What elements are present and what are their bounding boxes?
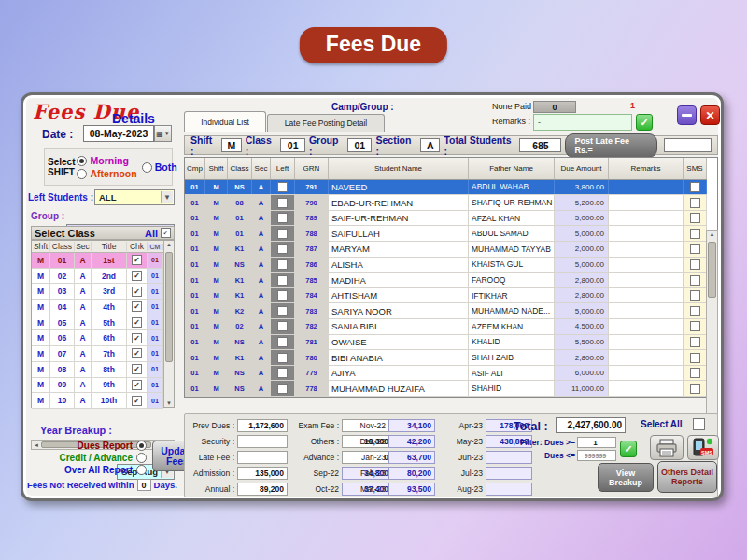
- left-students-select[interactable]: ALL ▼: [94, 189, 175, 205]
- sms-checkbox[interactable]: [690, 213, 700, 223]
- sms-checkbox[interactable]: [690, 290, 700, 301]
- footer-field-input[interactable]: 34,100: [388, 419, 435, 432]
- class-checkbox[interactable]: ✓: [132, 380, 142, 390]
- left-checkbox[interactable]: [277, 290, 288, 301]
- remarks-input[interactable]: -: [533, 114, 632, 131]
- radio-credit-advance-circle[interactable]: [136, 453, 147, 463]
- left-checkbox[interactable]: [277, 384, 288, 394]
- remarks-apply-button[interactable]: ✓: [636, 114, 653, 131]
- footer-field-input[interactable]: [237, 435, 288, 448]
- class-row[interactable]: M07A7th✓01: [32, 346, 163, 362]
- days-input[interactable]: 0: [137, 479, 151, 491]
- footer-field-input[interactable]: 1,172,600: [237, 419, 288, 432]
- sms-checkbox[interactable]: [690, 337, 700, 347]
- footer-field-input[interactable]: 93,500: [388, 483, 435, 496]
- tab-individual-list[interactable]: Individual List: [184, 111, 266, 132]
- radio-dues-report[interactable]: Dues Report: [33, 440, 147, 452]
- table-row[interactable]: 01MK1A785MADIHAFAROOQ2,800.00: [185, 273, 707, 288]
- sms-checkbox[interactable]: [690, 368, 700, 378]
- class-checkbox[interactable]: ✓: [132, 301, 142, 312]
- class-row[interactable]: M09A9th✓01: [32, 378, 163, 394]
- post-late-fee-button[interactable]: Post Late Fee Rs.=: [565, 133, 657, 158]
- table-row[interactable]: 01M02A782SANIA BIBIAZEEM KHAN4,500.00: [185, 319, 707, 335]
- others-detail-reports-button[interactable]: Others Detail Reports: [657, 461, 717, 493]
- chevron-down-icon[interactable]: ▼: [161, 191, 173, 203]
- footer-field-input[interactable]: [486, 483, 532, 496]
- class-checkbox[interactable]: ✓: [132, 396, 142, 406]
- class-checkbox[interactable]: ✓: [132, 317, 142, 328]
- table-row[interactable]: 01MNSA791NAVEEDABDUL WAHAB3,800.00: [185, 180, 707, 196]
- left-checkbox[interactable]: [277, 213, 288, 223]
- class-row[interactable]: M04A4th✓01: [32, 300, 163, 315]
- radio-both-circle[interactable]: [142, 162, 152, 173]
- table-row[interactable]: 01M08A790EBAD-UR-REHMANSHAFIQ-UR-REHMAN5…: [185, 195, 707, 211]
- class-checkbox[interactable]: ✓: [132, 364, 142, 374]
- table-row[interactable]: 01MNSA778MUHAMMAD HUZAIFASHAHID11,000.00: [185, 381, 707, 397]
- radio-over-all-report-circle[interactable]: [136, 465, 147, 475]
- tab-late-fee-posting-detail[interactable]: Late Fee Posting Detail: [267, 114, 385, 132]
- filter-apply-button[interactable]: ✓: [620, 441, 637, 457]
- left-checkbox[interactable]: [277, 229, 288, 239]
- close-button[interactable]: ✕: [700, 105, 720, 125]
- footer-field-input[interactable]: 42,200: [388, 435, 435, 448]
- class-row[interactable]: M08A8th✓01: [32, 362, 163, 378]
- left-checkbox[interactable]: [277, 353, 288, 363]
- select-all-classes-checkbox[interactable]: ✓: [161, 228, 171, 238]
- radio-morning-circle[interactable]: [77, 156, 87, 166]
- print-button[interactable]: [650, 435, 684, 460]
- send-sms-button[interactable]: SMS: [687, 435, 719, 460]
- left-checkbox[interactable]: [277, 306, 288, 316]
- class-row[interactable]: M10A10th✓01: [32, 393, 163, 409]
- left-checkbox[interactable]: [277, 244, 288, 254]
- sms-checkbox[interactable]: [690, 259, 700, 270]
- class-checkbox[interactable]: ✓: [132, 255, 142, 265]
- footer-field-input[interactable]: 135,000: [237, 467, 288, 480]
- minimize-button[interactable]: [677, 105, 697, 125]
- table-row[interactable]: 01M01A788SAIFULLAHABDUL SAMAD5,000.00: [185, 226, 707, 242]
- post-late-fee-input[interactable]: [664, 138, 712, 152]
- sms-checkbox[interactable]: [690, 244, 700, 254]
- footer-field-input[interactable]: [486, 467, 532, 480]
- date-input[interactable]: 08-May-2023: [83, 125, 154, 142]
- class-row[interactable]: M02A2nd✓01: [32, 269, 163, 285]
- table-row[interactable]: 01M01A789SAIF-UR-REHMANAFZAL KHAN5,000.0…: [185, 211, 707, 227]
- radio-afternoon-circle[interactable]: [77, 169, 87, 179]
- radio-dues-report-circle[interactable]: [136, 441, 147, 451]
- class-checkbox[interactable]: ✓: [132, 348, 142, 358]
- table-row[interactable]: 01MK1A787MARYAMMUHAMMAD TAYYAB2,000.00: [185, 242, 707, 258]
- footer-field-input[interactable]: 63,700: [388, 451, 435, 464]
- left-checkbox[interactable]: [277, 259, 288, 270]
- sms-checkbox[interactable]: [690, 198, 700, 208]
- sms-checkbox[interactable]: [690, 321, 700, 331]
- scroll-up-icon[interactable]: ▲: [710, 231, 715, 237]
- class-checkbox[interactable]: ✓: [132, 333, 142, 343]
- left-checkbox[interactable]: [277, 182, 288, 192]
- class-row[interactable]: M03A3rd✓01: [32, 284, 163, 300]
- view-breakup-button[interactable]: View Breakup: [598, 463, 654, 492]
- scroll-up-icon[interactable]: ▲: [166, 242, 172, 247]
- scroll-down-icon[interactable]: ▼: [166, 400, 172, 406]
- class-checkbox[interactable]: ✓: [132, 271, 142, 281]
- sms-checkbox[interactable]: [690, 384, 700, 394]
- radio-credit-advance[interactable]: Credit / Advance: [33, 452, 147, 464]
- sms-checkbox[interactable]: [690, 229, 700, 239]
- sms-checkbox[interactable]: [690, 353, 700, 363]
- left-checkbox[interactable]: [277, 368, 288, 378]
- table-row[interactable]: 01MNSA779AJIYAASIF ALI6,000.00: [185, 366, 707, 382]
- class-row[interactable]: M01A1st✓01: [32, 253, 163, 269]
- class-grid-vertical-scrollbar[interactable]: ▲ ▼: [163, 241, 174, 407]
- filter-dues-le-input[interactable]: 999999: [577, 450, 616, 461]
- footer-field-input[interactable]: [237, 451, 288, 464]
- footer-field-input[interactable]: 80,200: [388, 467, 435, 480]
- select-all-checkbox[interactable]: [693, 418, 705, 430]
- left-checkbox[interactable]: [277, 275, 288, 286]
- footer-field-input[interactable]: 89,200: [237, 483, 288, 496]
- table-row[interactable]: 01MK1A780BIBI ANABIASHAH ZAIB2,800.00: [185, 350, 707, 366]
- calendar-dropdown-button[interactable]: ▦▼: [154, 125, 172, 142]
- table-row[interactable]: 01MNSA786ALISHAKHAISTA GUL5,000.00: [185, 258, 707, 273]
- scrollbar-thumb[interactable]: [165, 252, 173, 362]
- filter-dues-ge-input[interactable]: 1: [577, 437, 616, 448]
- class-row[interactable]: M05A5th✓01: [32, 315, 163, 331]
- radio-morning[interactable]: Morning: [77, 155, 136, 166]
- radio-over-all-report[interactable]: Over All Report: [33, 464, 147, 476]
